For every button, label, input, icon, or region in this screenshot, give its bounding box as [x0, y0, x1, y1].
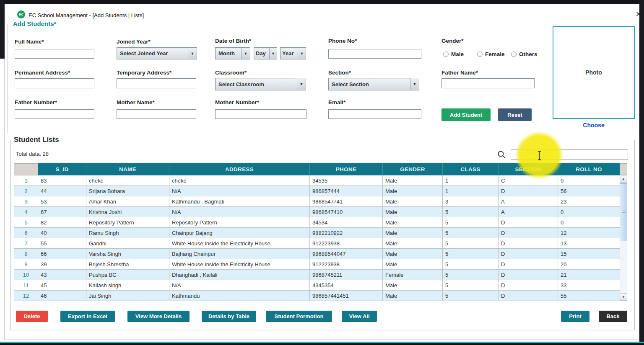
table-row[interactable]: 1145Kailash singhN/A4345354Male5D33: [14, 280, 620, 291]
table-row[interactable]: 1043Pushpa BCDhanghadi , Kailali98687452…: [14, 270, 620, 280]
row-number-cell: 11: [14, 280, 38, 291]
student-lists-legend: Student Lists: [12, 136, 61, 144]
scroll-up-icon[interactable]: ▲: [620, 175, 627, 183]
gender-radio-female[interactable]: [477, 51, 483, 57]
table-row[interactable]: 866Varsha SinghBajhang Chainpur986885440…: [14, 249, 620, 259]
app-logo-icon: EC: [17, 10, 25, 18]
header-cell[interactable]: CLASS: [443, 164, 499, 175]
dob-month-select[interactable]: Month ▼: [215, 47, 250, 59]
table-cell: Jai Singh: [86, 291, 169, 301]
view-more-details-button[interactable]: View More Details: [127, 311, 190, 322]
dob-year-select[interactable]: Year ▼: [280, 47, 306, 59]
add-student-button[interactable]: Add Student: [441, 108, 491, 121]
header-cell[interactable]: ADDRESS: [169, 164, 310, 175]
delete-button[interactable]: Delete: [16, 311, 48, 322]
chevron-down-icon: ▼: [298, 48, 306, 59]
email-input[interactable]: [328, 109, 421, 119]
classroom-value: Select Classroom: [216, 78, 297, 90]
photo-label: Photo: [585, 69, 602, 76]
table-row[interactable]: 582Repository PatternRepository Pattern3…: [14, 217, 620, 228]
mother-name-input[interactable]: [117, 109, 196, 119]
table-row[interactable]: 244Srijana BoharaN/A986857444Male1D56: [14, 186, 620, 196]
table-cell: 9868547741: [310, 196, 383, 207]
joined-year-label: Joined Year*: [117, 39, 151, 45]
export-excel-button[interactable]: Export in Excel: [60, 311, 115, 322]
father-name-input[interactable]: [441, 78, 535, 88]
dob-year-value: Year: [280, 48, 298, 59]
table-cell: 912223938: [310, 259, 383, 270]
table-cell: Dhanghadi , Kailali: [169, 270, 310, 280]
table-cell: Brijesh Shrestha: [86, 259, 169, 270]
classroom-select[interactable]: Select Classroom ▼: [215, 78, 306, 90]
table-cell: 9868745211: [310, 270, 383, 280]
choose-link[interactable]: Choose: [553, 122, 635, 129]
gender-radio-others[interactable]: [511, 51, 517, 57]
father-number-input[interactable]: [15, 109, 94, 119]
table-row[interactable]: 1246Jai SinghKathmandu986857441451Male5D…: [14, 291, 620, 301]
search-input[interactable]: [511, 149, 628, 160]
table-cell: Varsha Singh: [86, 249, 169, 259]
table-cell: 83: [38, 175, 86, 186]
temporary-address-input[interactable]: [117, 78, 196, 88]
view-all-button[interactable]: View All: [342, 311, 377, 322]
phone-input[interactable]: [328, 49, 421, 59]
table-cell: D: [499, 186, 558, 196]
table-cell: D: [499, 238, 558, 249]
header-cell[interactable]: GENDER: [383, 164, 443, 175]
header-cell[interactable]: NAME: [86, 164, 169, 175]
table-cell: 20: [558, 259, 620, 270]
chevron-down-icon: ▼: [269, 48, 277, 59]
table-cell: 5: [443, 259, 499, 270]
section-label: Section*: [328, 70, 351, 76]
reset-button[interactable]: Reset: [498, 108, 532, 121]
chevron-down-icon: ▼: [410, 78, 419, 90]
table-cell: 5: [443, 280, 499, 291]
permanent-address-input[interactable]: [15, 78, 94, 88]
gender-radio-male[interactable]: [443, 51, 449, 57]
full-name-input[interactable]: [15, 49, 94, 59]
table-cell: 912223938: [310, 238, 383, 249]
student-table: S_IDNAMEADDRESSPHONEGENDERCLASSSECTIONRO…: [14, 163, 620, 301]
section-select[interactable]: Select Section ▼: [328, 78, 419, 90]
table-cell: 986857441451: [310, 291, 383, 301]
table-cell: Chainpur Bajang: [169, 228, 310, 238]
back-button[interactable]: Back: [599, 311, 627, 322]
table-row[interactable]: 755GandhiWhite House Inside the Electric…: [14, 238, 620, 249]
table-row[interactable]: 183chekcchekc34535Male1C0: [14, 175, 620, 186]
table-cell: Male: [383, 259, 443, 270]
row-number-cell: 5: [14, 217, 38, 228]
mother-number-input[interactable]: [215, 109, 306, 119]
screen-edge-top: [0, 0, 644, 4]
table-row[interactable]: 467Krishna JoshiN/A9868547410Male5A0: [14, 207, 620, 217]
title-bar[interactable]: EC EC School Management - [Add Students …: [4, 4, 639, 21]
dob-day-value: Day: [254, 48, 269, 59]
window-title: EC School Management - [Add Students | L…: [29, 12, 144, 18]
print-button[interactable]: Print: [561, 311, 589, 322]
table-cell: chekc: [169, 175, 310, 186]
row-number-cell: 1: [14, 175, 38, 186]
student-promotion-button[interactable]: Student Pormotion: [266, 311, 332, 322]
table-cell: Ramu Singh: [86, 228, 169, 238]
father-number-label: Father Number*: [15, 99, 57, 106]
table-row[interactable]: 939Brijesh ShresthaWhite House Inside th…: [14, 259, 620, 270]
header-cell[interactable]: ROLL NO: [558, 164, 620, 175]
dob-day-select[interactable]: Day ▼: [254, 47, 277, 59]
table-cell: 5: [443, 270, 499, 280]
header-cell[interactable]: PHONE: [310, 164, 383, 175]
add-students-legend: Add Students*: [11, 20, 58, 27]
details-by-table-button[interactable]: Details by Table: [202, 311, 256, 322]
table-cell: White House Inside the Electricity House: [169, 238, 310, 249]
chevron-down-icon: ▼: [241, 48, 250, 59]
header-cell[interactable]: S_ID: [38, 164, 86, 175]
scrollbar-thumb[interactable]: [620, 183, 627, 241]
table-cell: Gandhi: [86, 238, 169, 249]
joined-year-select[interactable]: Select Joined Year ▼: [117, 47, 197, 59]
table-cell: C: [499, 175, 558, 186]
search-icon: [497, 150, 506, 159]
table-row[interactable]: 640Ramu SinghChainpur Bajang9882210922Ma…: [14, 228, 620, 238]
header-cell[interactable]: SECTION: [499, 164, 558, 175]
scroll-down-icon[interactable]: ▼: [620, 293, 627, 301]
dob-month-value: Month: [216, 48, 241, 59]
table-row[interactable]: 353Amar KhanKathmandu , Bagmati986854774…: [14, 196, 620, 207]
table-cell: 5: [443, 238, 499, 249]
